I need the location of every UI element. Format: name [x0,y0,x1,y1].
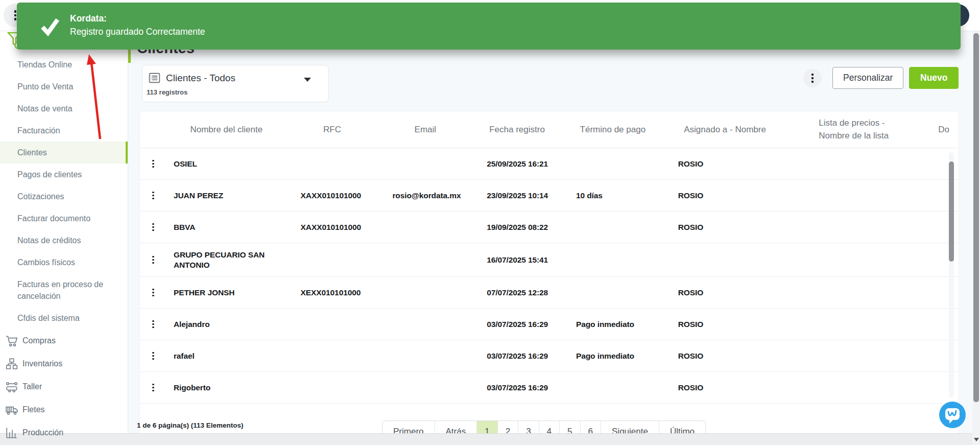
cell-name: BBVA [166,222,286,232]
main-content: Clientes Clientes - Todos 113 registros … [128,31,972,433]
col-rfc[interactable]: RFC [286,125,378,135]
chat-widget-button[interactable] [939,401,966,429]
toast-message: Registro guardado Correctamente [70,27,205,37]
sidebar-item-facturas-cancelacion[interactable]: Facturas en proceso de cancelación [0,273,128,307]
sidebar-item-cambios-fisicos[interactable]: Cambios físicos [0,251,128,273]
table-row[interactable]: rafael 03/07/2025 16:29 Pago inmediato R… [140,340,959,372]
sidebar-nav: Tiendas Online Punto de Venta Notas de v… [0,31,128,444]
col-nombre[interactable]: Nombre del cliente [166,125,286,135]
bar-chart-icon [5,426,18,439]
menu-kebab-icon [14,10,17,20]
page-scrollbar-thumb[interactable] [973,33,979,402]
table-row[interactable]: PETHER JONSH XEXX010101000 07/07/2025 12… [140,277,959,309]
bottom-scroll-strip[interactable] [0,433,972,445]
cell-name: Rigoberto [166,383,286,392]
table-header: Nombre del cliente RFC Email Fecha regis… [140,111,959,148]
col-asignado[interactable]: Asignado a - Nombre [664,125,786,135]
col-fecha[interactable]: Fecha registro [472,125,562,135]
sidebar-item-clientes[interactable]: Clientes [0,142,128,163]
kebab-icon [811,74,814,83]
view-selector-label: Clientes - Todos [166,73,235,84]
sidebar-item-tiendas-online[interactable]: Tiendas Online [0,54,128,76]
row-menu-icon[interactable] [152,192,154,199]
toast-title: Kordata: [70,13,107,24]
cell-name: Alejandro [166,319,286,329]
table-row[interactable]: JUAN PEREZ XAXX010101000 rosio@kordata.m… [140,180,959,212]
success-toast[interactable]: Kordata: Registro guardado Correctamente [17,3,961,50]
sidebar-item-punto-de-venta[interactable]: Punto de Venta [0,76,128,98]
table-row[interactable]: OSIEL 25/09/2025 16:21 ROSIO [140,148,959,180]
record-count: 113 registros [147,88,187,96]
table-options-button[interactable] [803,69,822,87]
sidebar-item-produccion[interactable]: Producción [0,421,128,444]
row-menu-icon[interactable] [152,223,154,231]
page-scrollbar[interactable] [972,31,980,445]
list-icon [149,72,160,86]
car-wrench-icon [5,380,18,393]
check-icon [39,16,61,39]
boxes-icon [5,357,18,370]
sidebar-item-taller[interactable]: Taller [0,375,128,398]
cell-name: GRUPO PECUARIO SAN ANTONIO [166,250,286,270]
personalize-button[interactable]: Personalizar [832,67,903,89]
sidebar-item-facturacion[interactable]: Facturación [0,120,128,142]
col-termino[interactable]: Término de pago [562,125,664,135]
col-email[interactable]: Email [378,125,472,135]
sidebar-item-fletes[interactable]: Fletes [0,398,128,421]
sidebar-item-pagos-de-clientes[interactable]: Pagos de clientes [0,163,128,185]
row-menu-icon[interactable] [152,352,154,360]
sidebar-item-notas-de-creditos[interactable]: Notas de créditos [0,229,128,251]
cell-name: OSIEL [166,159,286,169]
chevron-down-icon[interactable] [304,78,311,82]
row-menu-icon[interactable] [152,384,154,391]
row-menu-icon[interactable] [152,160,154,168]
view-selector[interactable]: Clientes - Todos 113 registros [142,65,329,102]
cart-icon [5,334,18,347]
table-row[interactable]: Rigoberto 03/07/2025 16:29 ROSIO [140,372,959,404]
row-menu-icon[interactable] [152,320,154,328]
cell-name: rafael [166,351,286,361]
row-menu-icon[interactable] [152,256,154,264]
cell-name: JUAN PEREZ [166,191,286,200]
row-menu-icon[interactable] [152,289,154,296]
table-row[interactable]: Alejandro 03/07/2025 16:29 Pago inmediat… [140,309,959,340]
clients-table: Nombre del cliente RFC Email Fecha regis… [139,111,959,445]
col-lista[interactable]: Lista de precios - Nombre de la lista [786,117,929,142]
sidebar-item-notas-de-venta[interactable]: Notas de venta [0,98,128,120]
sidebar-item-inventarios[interactable]: Inventarios [0,352,128,375]
table-vertical-scrollbar-thumb[interactable] [949,161,954,262]
pagination-status: 1 de 6 página(s) (113 Elementos) [137,421,244,429]
truck-icon [5,403,18,416]
table-row[interactable]: BBVA XAXX010101000 19/09/2025 08:22 ROSI… [140,212,959,243]
new-button[interactable]: Nuevo [909,67,959,89]
table-row[interactable]: GRUPO PECUARIO SAN ANTONIO 16/07/2025 15… [140,243,959,277]
col-do[interactable]: Do [929,125,959,135]
sidebar-item-facturar-documento[interactable]: Facturar documento [0,207,128,229]
scroll-down-arrow[interactable] [974,438,979,441]
sidebar-item-compras[interactable]: Compras [0,329,128,352]
cell-name: PETHER JONSH [166,288,286,297]
sidebar-item-cotizaciones[interactable]: Cotizaciones [0,185,128,207]
sidebar: $ Tiendas Online Punto de Venta Notas de… [0,31,128,433]
sidebar-item-cfdis-del-sistema[interactable]: Cfdis del sistema [0,307,128,329]
